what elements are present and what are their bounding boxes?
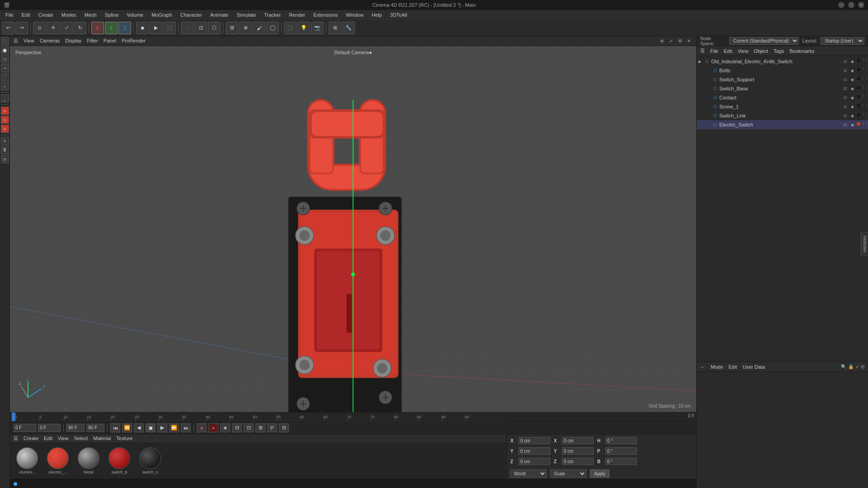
vp-settings-icon[interactable]: ⚙ xyxy=(676,38,684,45)
ss-visible-icon[interactable]: ☑ xyxy=(842,76,848,83)
lt-nurbs-icon[interactable]: ⌒ xyxy=(1,73,9,81)
move-tool-button[interactable]: ✛ xyxy=(47,22,59,34)
select-tool-button[interactable]: ⊞ xyxy=(226,22,238,34)
menu-simulate[interactable]: Simulate xyxy=(233,11,259,19)
mat-menu-edit[interactable]: Edit xyxy=(44,436,52,441)
lt-sphere-icon[interactable]: ⬤ xyxy=(1,46,9,54)
motion-path-button[interactable]: ⊡ xyxy=(244,423,254,432)
apply-button[interactable]: Apply xyxy=(590,469,609,478)
material-aluminium[interactable]: Alumini... xyxy=(14,447,41,474)
lt-layers2-icon[interactable]: ≣ xyxy=(1,146,9,154)
vp-menu-view[interactable]: View xyxy=(24,38,34,44)
coord-x-input[interactable] xyxy=(519,437,550,444)
menu-modes[interactable]: Modes xyxy=(58,11,80,19)
layout-dropdown[interactable]: Startup (User) xyxy=(821,37,864,45)
menu-mesh[interactable]: Mesh xyxy=(81,11,100,19)
mat-menu-texture[interactable]: Texture xyxy=(116,436,132,441)
size-z-input[interactable] xyxy=(562,458,594,465)
lt-line-icon[interactable]: ⎯ xyxy=(1,94,9,103)
es-render-icon[interactable]: ◉ xyxy=(849,122,855,128)
grid-button[interactable]: ⊞ xyxy=(329,22,341,34)
material-switch-s[interactable]: switch_s xyxy=(137,447,164,474)
attr-lock-icon[interactable]: 🔒 xyxy=(848,364,854,369)
coord-y-input[interactable] xyxy=(519,447,550,455)
menu-extensions[interactable]: Extensions xyxy=(310,11,341,19)
size-x-input[interactable] xyxy=(562,437,594,444)
x-axis-button[interactable]: X xyxy=(91,22,104,34)
render-button[interactable]: ▶ xyxy=(150,22,162,34)
lt-cube-icon[interactable]: ⬛ xyxy=(1,37,9,45)
attr-user-data[interactable]: User Data xyxy=(743,364,765,370)
vp-menu-panel[interactable]: Panel xyxy=(104,38,116,44)
render-region-button[interactable]: ⬛ xyxy=(163,22,176,34)
menu-create[interactable]: Create xyxy=(35,11,57,19)
hierarchy-root[interactable]: ▶ ⬡ Old_Industrial_Electric_Knife_Switch… xyxy=(697,57,868,66)
root-render-icon[interactable]: ◉ xyxy=(849,58,855,65)
rph-menu-toggle[interactable]: ☰ xyxy=(700,48,705,54)
menu-window[interactable]: Window xyxy=(342,11,367,19)
root-visible-icon[interactable]: ☑ xyxy=(842,58,848,65)
redo-button[interactable]: ↪ xyxy=(15,22,28,34)
sl-render-icon[interactable]: ◉ xyxy=(849,113,855,119)
rph-object[interactable]: Object xyxy=(754,48,768,54)
menu-file[interactable]: File xyxy=(2,11,17,19)
autokey-button[interactable]: ● xyxy=(208,423,218,432)
end-frame-input[interactable] xyxy=(66,424,85,432)
ct-visible-icon[interactable]: ☑ xyxy=(842,94,848,101)
node-space-dropdown[interactable]: Current (Standard/Physical) xyxy=(729,37,799,45)
attr-panel-icon[interactable]: ⊟ xyxy=(861,364,864,369)
lt-deformer-icon[interactable]: ⟐ xyxy=(1,82,9,90)
playhead-marker[interactable] xyxy=(12,413,15,421)
hierarchy-switch-base[interactable]: ⬡ Switch_Base ☑ ◉ ⋮⋮ xyxy=(697,84,868,93)
lt-s1-icon[interactable]: S xyxy=(1,107,9,115)
keyframe-button[interactable]: ◈ xyxy=(220,423,230,432)
polygons-mode-button[interactable]: ⬡ xyxy=(208,22,221,34)
world-dropdown[interactable]: World Object xyxy=(510,469,547,478)
viewport-canvas[interactable]: Perspective Default Camera● Grid Spacing… xyxy=(10,46,696,412)
motion-clip-button[interactable]: ⊟ xyxy=(232,423,242,432)
size-y-input[interactable] xyxy=(562,447,594,455)
menu-render[interactable]: Render xyxy=(285,11,309,19)
play-forward-button[interactable]: ▶ xyxy=(157,423,167,432)
rph-edit[interactable]: Edit xyxy=(724,48,732,54)
mat-menu-toggle[interactable]: ☰ xyxy=(14,436,18,441)
vp-menu-toggle[interactable]: ☰ xyxy=(14,38,18,44)
hierarchy-electric-switch[interactable]: ⬡ Electric_Switch ☑ ◉ ⋮⋮ xyxy=(697,120,868,129)
cube-object-button[interactable]: ⬛ xyxy=(284,22,297,34)
menu-help[interactable]: Help xyxy=(368,11,386,19)
mat-menu-material[interactable]: Material xyxy=(93,436,111,441)
material-switch-b[interactable]: switch_b xyxy=(106,447,133,474)
vp-menu-display[interactable]: Display xyxy=(65,38,81,44)
ss-render-icon[interactable]: ◉ xyxy=(849,76,855,83)
lt-s2-icon[interactable]: S xyxy=(1,116,9,124)
attr-back-icon[interactable]: ← xyxy=(700,364,705,370)
edges-mode-button[interactable]: ⊡ xyxy=(194,22,207,34)
attr-search-icon[interactable]: 🔍 xyxy=(841,364,846,369)
p-button[interactable]: P xyxy=(267,423,277,432)
prev-keyframe-button[interactable]: ⏪ xyxy=(122,423,132,432)
rotate-tool-button[interactable]: ↻ xyxy=(74,22,86,34)
menu-animate[interactable]: Animate xyxy=(207,11,232,19)
rot-h-input[interactable] xyxy=(605,437,637,444)
mat-menu-view[interactable]: View xyxy=(58,436,69,441)
minimize-button[interactable]: ─ xyxy=(838,2,844,8)
rot-p-input[interactable] xyxy=(605,447,637,455)
menu-spline[interactable]: Spline xyxy=(101,11,123,19)
record-button[interactable]: ● xyxy=(197,423,207,432)
lt-circle-icon[interactable]: ◎ xyxy=(1,155,9,163)
lt-s3-icon[interactable]: S xyxy=(1,125,9,133)
camera-button[interactable]: 📷 xyxy=(311,22,324,34)
points-mode-button[interactable]: · xyxy=(181,22,193,34)
stop-button[interactable]: ⏹ xyxy=(146,423,156,432)
attr-expand-icon[interactable]: ⤢ xyxy=(855,364,859,369)
live-selection-button[interactable]: ⊙ xyxy=(33,22,46,34)
hierarchy-switch-link[interactable]: ⬡ Switch_Link ☑ ◉ ⋮⋮ xyxy=(697,111,868,120)
lt-spline-icon[interactable]: 〜 xyxy=(1,64,9,72)
scale-tool-button[interactable]: ⤢ xyxy=(60,22,73,34)
current-frame-input[interactable] xyxy=(38,424,61,432)
snap-button[interactable]: 🔧 xyxy=(342,22,355,34)
mat-menu-create[interactable]: Create xyxy=(24,436,38,441)
y-axis-button[interactable]: Y xyxy=(105,22,118,34)
next-keyframe-button[interactable]: ⏩ xyxy=(169,423,179,432)
sc-render-icon[interactable]: ◉ xyxy=(849,103,855,110)
